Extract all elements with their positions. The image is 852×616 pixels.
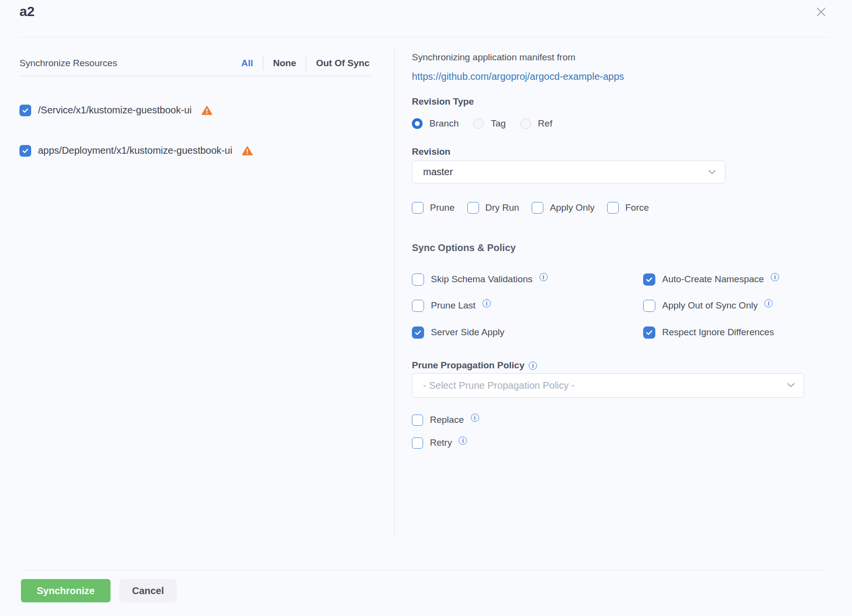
force-label: Force bbox=[625, 202, 649, 213]
flag-prune: Prune bbox=[412, 202, 455, 214]
panel-divider bbox=[394, 49, 395, 535]
synchronize-resources-label: Synchronize Resources bbox=[19, 58, 117, 69]
option-retry: Retry i bbox=[412, 437, 467, 449]
option-server-side-apply: Server Side Apply bbox=[412, 326, 504, 339]
option-replace: Replace i bbox=[412, 414, 479, 426]
filter-all[interactable]: All bbox=[239, 58, 255, 69]
retry-checkbox[interactable] bbox=[412, 437, 423, 449]
flag-force: Force bbox=[607, 202, 649, 214]
apply-only-label: Apply Only bbox=[550, 202, 594, 213]
replace-label: Replace bbox=[430, 415, 464, 425]
resource-label: /Service/x1/kustomize-guestbook-ui bbox=[38, 105, 192, 116]
respect-ignore-differences-checkbox[interactable] bbox=[643, 326, 655, 339]
flag-dry-run: Dry Run bbox=[467, 202, 519, 214]
tag-label: Tag bbox=[491, 118, 506, 129]
server-side-apply-label: Server Side Apply bbox=[431, 327, 504, 338]
info-icon[interactable]: i bbox=[471, 414, 479, 422]
sync-options-heading: Sync Options & Policy bbox=[412, 242, 516, 254]
branch-label: Branch bbox=[429, 118, 459, 129]
resource-row: apps/Deployment/x1/kustomize-guestbook-u… bbox=[19, 145, 253, 157]
revision-type-options: Branch Tag Ref bbox=[412, 118, 552, 129]
prune-last-label: Prune Last bbox=[431, 300, 476, 311]
skip-schema-validations-label: Skip Schema Validations bbox=[431, 274, 533, 285]
resource-row: /Service/x1/kustomize-guestbook-ui bbox=[19, 104, 212, 116]
ref-radio[interactable] bbox=[520, 118, 531, 129]
tag-radio[interactable] bbox=[473, 118, 484, 129]
replace-checkbox[interactable] bbox=[412, 415, 423, 426]
resource-label: apps/Deployment/x1/kustomize-guestbook-u… bbox=[38, 145, 232, 156]
auto-create-namespace-checkbox[interactable] bbox=[643, 273, 655, 286]
filter-none[interactable]: None bbox=[271, 58, 298, 69]
filter-out-of-sync[interactable]: Out Of Sync bbox=[314, 58, 371, 69]
revision-type-label: Revision Type bbox=[412, 96, 474, 107]
prune-propagation-policy-label: Prune Propagation Policy i bbox=[412, 360, 537, 371]
sync-flags: Prune Dry Run Apply Only Force bbox=[412, 202, 649, 214]
prune-checkbox[interactable] bbox=[412, 202, 424, 214]
info-icon[interactable]: i bbox=[529, 362, 537, 370]
branch-radio[interactable] bbox=[412, 118, 423, 129]
info-icon[interactable]: i bbox=[539, 273, 548, 281]
manifest-repo-link[interactable]: https://github.com/argoproj/argocd-examp… bbox=[412, 71, 624, 82]
revision-label: Revision bbox=[412, 146, 450, 157]
prune-label: Prune bbox=[430, 202, 455, 213]
auto-create-namespace-label: Auto-Create Namespace bbox=[662, 274, 764, 285]
sync-dialog: a2 Synchronize Resources All None Out Of… bbox=[0, 0, 852, 616]
info-icon[interactable]: i bbox=[764, 299, 773, 308]
flag-apply-only: Apply Only bbox=[532, 202, 594, 214]
page-title: a2 bbox=[19, 4, 35, 19]
info-icon[interactable]: i bbox=[771, 273, 779, 281]
option-auto-create-namespace: Auto-Create Namespace i bbox=[643, 273, 779, 286]
respect-ignore-differences-label: Respect Ignore Differences bbox=[662, 327, 774, 338]
filter-separator bbox=[306, 56, 306, 71]
apply-only-checkbox[interactable] bbox=[532, 202, 543, 214]
force-checkbox[interactable] bbox=[607, 202, 619, 214]
option-prune-last: Prune Last i bbox=[412, 299, 491, 312]
retry-label: Retry bbox=[430, 437, 452, 448]
warning-icon bbox=[242, 146, 253, 156]
cancel-button[interactable]: Cancel bbox=[119, 579, 177, 602]
prune-propagation-policy-placeholder: - Select Prune Propagation Policy - bbox=[423, 380, 574, 391]
server-side-apply-checkbox[interactable] bbox=[412, 326, 424, 339]
footer-divider bbox=[19, 570, 828, 570]
synchronize-button[interactable]: Synchronize bbox=[21, 579, 111, 602]
apply-out-of-sync-only-label: Apply Out of Sync Only bbox=[662, 300, 758, 311]
revision-type-tag: Tag bbox=[473, 118, 506, 129]
skip-schema-validations-checkbox[interactable] bbox=[412, 273, 424, 286]
resources-header-underline bbox=[19, 76, 371, 76]
header-divider bbox=[19, 37, 828, 37]
close-button[interactable] bbox=[812, 4, 830, 21]
warning-icon bbox=[202, 106, 212, 115]
prune-propagation-policy-text: Prune Propagation Policy bbox=[412, 360, 524, 371]
info-icon[interactable]: i bbox=[459, 436, 467, 445]
prune-propagation-policy-select[interactable]: - Select Prune Propagation Policy - bbox=[412, 373, 804, 398]
resource-filters: All None Out Of Sync bbox=[239, 56, 371, 71]
revision-type-ref: Ref bbox=[520, 118, 553, 129]
revision-select[interactable]: master bbox=[412, 161, 725, 183]
close-icon bbox=[815, 6, 827, 20]
dry-run-label: Dry Run bbox=[485, 202, 519, 213]
manifest-heading: Synchronizing application manifest from bbox=[412, 52, 575, 63]
prune-last-checkbox[interactable] bbox=[412, 300, 424, 312]
dry-run-checkbox[interactable] bbox=[467, 202, 479, 214]
apply-out-of-sync-only-checkbox[interactable] bbox=[643, 300, 655, 312]
option-respect-ignore-differences: Respect Ignore Differences bbox=[643, 326, 774, 339]
ref-label: Ref bbox=[538, 118, 553, 129]
option-apply-out-of-sync-only: Apply Out of Sync Only i bbox=[643, 299, 773, 312]
resource-checkbox[interactable] bbox=[19, 145, 31, 157]
info-icon[interactable]: i bbox=[482, 299, 491, 308]
synchronize-resources-header: Synchronize Resources All None Out Of Sy… bbox=[19, 54, 371, 72]
chevron-down-icon bbox=[708, 168, 716, 177]
chevron-down-icon bbox=[787, 381, 795, 390]
revision-value: master bbox=[423, 166, 453, 178]
revision-type-branch: Branch bbox=[412, 118, 459, 129]
resource-checkbox[interactable] bbox=[19, 105, 31, 116]
filter-separator bbox=[263, 56, 263, 71]
option-skip-schema-validations: Skip Schema Validations i bbox=[412, 273, 548, 286]
